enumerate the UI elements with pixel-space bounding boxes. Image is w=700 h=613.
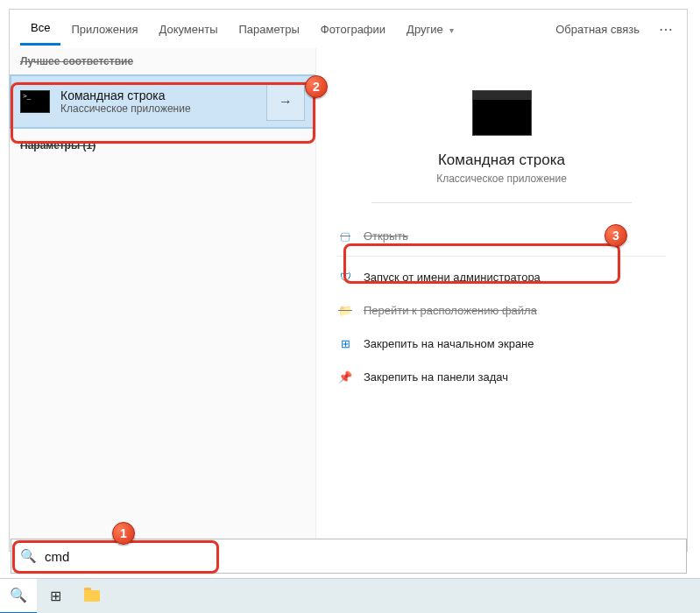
actions-separator: [337, 256, 666, 257]
search-icon: 🔍: [11, 548, 45, 564]
preview-panel: Командная строка Классическое приложение…: [316, 48, 687, 551]
chevron-down-icon: ▾: [449, 25, 454, 35]
results-left-panel: Лучшее соответствие Командная строка Кла…: [10, 48, 316, 551]
action-open-label: Открыть: [364, 229, 408, 243]
action-open[interactable]: ▢ Открыть: [316, 219, 687, 252]
action-pin-taskbar-label: Закрепить на панели задач: [364, 370, 508, 384]
admin-icon: 🛡: [337, 271, 353, 284]
tab-photos[interactable]: Фотографии: [310, 14, 396, 45]
preview-separator: [371, 202, 631, 203]
action-run-admin[interactable]: 🛡 Запуск от имени администратора: [316, 260, 687, 293]
pin-taskbar-icon: 📌: [337, 370, 353, 384]
taskview-icon: ⊞: [50, 588, 61, 604]
arrow-right-icon: →: [279, 94, 293, 109]
action-open-location[interactable]: 📁 Перейти к расположению файла: [316, 293, 687, 327]
preview-title: Командная строка: [438, 151, 565, 169]
best-match-title: Командная строка: [60, 88, 266, 102]
best-match-item[interactable]: Командная строка Классическое приложение…: [10, 74, 315, 129]
search-window: Все Приложения Документы Параметры Фотог…: [9, 9, 688, 552]
taskbar-taskview-button[interactable]: ⊞: [37, 579, 74, 614]
results-area: Лучшее соответствие Командная строка Кла…: [10, 48, 687, 551]
preview-subtitle: Классическое приложение: [436, 173, 567, 185]
tab-more[interactable]: Другие ▾: [396, 14, 464, 45]
expand-arrow-button[interactable]: →: [266, 82, 305, 121]
feedback-link[interactable]: Обратная связь: [548, 14, 647, 45]
tab-apps[interactable]: Приложения: [60, 14, 148, 45]
action-pin-taskbar[interactable]: 📌 Закрепить на панели задач: [316, 360, 687, 393]
search-bar[interactable]: 🔍: [11, 539, 687, 574]
actions-list: ▢ Открыть 🛡 Запуск от имени администрато…: [316, 219, 687, 393]
settings-section-header: Параметры (1): [10, 134, 315, 157]
open-icon: ▢: [337, 229, 353, 243]
best-match-section-header: Лучшее соответствие: [10, 48, 315, 74]
tab-more-label: Другие: [407, 23, 443, 36]
preview-cmd-icon: [472, 90, 532, 136]
action-run-admin-label: Запуск от имени администратора: [364, 271, 541, 284]
best-match-subtitle: Классическое приложение: [60, 102, 266, 115]
best-match-text: Командная строка Классическое приложение: [60, 88, 266, 115]
search-icon: 🔍: [10, 587, 27, 603]
taskbar-search-button[interactable]: 🔍: [0, 579, 37, 614]
tab-all[interactable]: Все: [20, 12, 60, 46]
tab-docs[interactable]: Документы: [148, 14, 228, 45]
action-open-location-label: Перейти к расположению файла: [364, 304, 537, 317]
tab-settings[interactable]: Параметры: [228, 14, 309, 45]
pin-start-icon: ⊞: [337, 337, 353, 350]
search-input[interactable]: [45, 539, 686, 573]
action-pin-start[interactable]: ⊞ Закрепить на начальном экране: [316, 327, 687, 360]
action-pin-start-label: Закрепить на начальном экране: [364, 337, 534, 350]
folder-icon: 📁: [337, 304, 353, 317]
folder-icon: [84, 590, 100, 602]
taskbar-explorer-button[interactable]: [74, 579, 110, 614]
tabs-bar: Все Приложения Документы Параметры Фотог…: [10, 10, 687, 48]
cmd-icon: [20, 90, 50, 113]
more-button[interactable]: ⋯: [647, 12, 687, 46]
taskbar: 🔍 ⊞: [0, 578, 700, 613]
